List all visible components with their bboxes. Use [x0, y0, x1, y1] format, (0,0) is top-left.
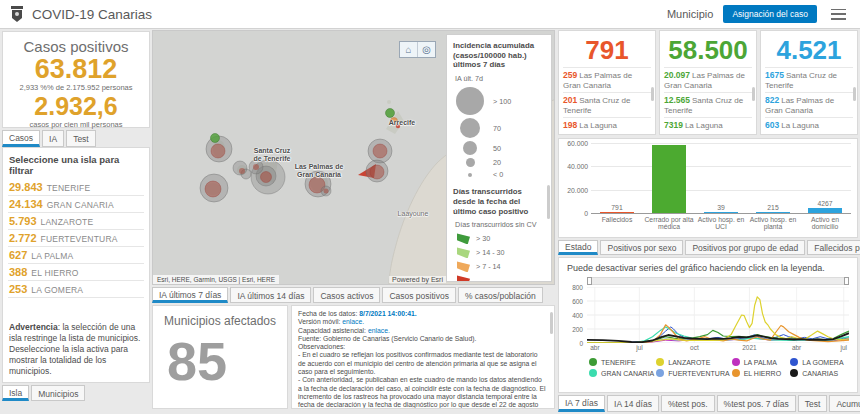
bar-y-tick: 20.000: [562, 186, 588, 193]
series-legend-gran-canaria[interactable]: GRAN CANARIA: [589, 369, 654, 377]
status-tab-0[interactable]: Estado: [558, 240, 598, 255]
series-legend-tenerife[interactable]: TENERIFE: [589, 358, 654, 366]
stat-card-row-0: 259Las Palmas de Gran Canaria: [563, 67, 651, 92]
timeseries-tab-0[interactable]: IA 7 días: [558, 395, 605, 412]
island-muni-tab-0[interactable]: Isla: [2, 385, 29, 401]
line-chart-plot: 8006004002000: [565, 287, 851, 343]
legend-scrollbar[interactable]: [547, 185, 550, 219]
legend-dot: [656, 358, 664, 366]
menu-icon[interactable]: [831, 9, 846, 20]
status-tab-3[interactable]: Fallecidos por edad y sexo: [807, 240, 860, 255]
positive-cases-total: 63.812: [3, 55, 149, 83]
status-tab-1[interactable]: Positivos por sexo: [600, 240, 683, 255]
island-value: 627: [9, 249, 27, 261]
legend-hint: Puede desactivar series del gráfico haci…: [567, 263, 851, 273]
map-tab-0[interactable]: IA últimos 7 días: [152, 287, 228, 303]
island-muni-tab-1[interactable]: Municipios: [31, 385, 85, 401]
legend-ia-item-4: < 0: [453, 170, 545, 179]
legend-days-label: > 7 - 14: [476, 262, 501, 271]
left-tab-1[interactable]: IA: [42, 130, 64, 147]
island-filter-title: Seleccione una isla para filtrar: [9, 154, 143, 176]
island-row-2[interactable]: 5.793LANZAROTE: [8, 213, 144, 230]
legend-days-title: Días transcurridos desde la fecha del úl…: [453, 187, 545, 216]
note-line-5: - En el cuadro se reflejan los positivos…: [298, 351, 546, 376]
bar-value-label: 215: [767, 204, 778, 211]
status-cards: Fallecidos791259Las Palmas de Gran Canar…: [558, 30, 858, 135]
stat-card-row-2: 603La Laguna: [765, 117, 853, 132]
line-x-tick-2: oct: [690, 344, 699, 351]
legend-ia-title: Incidencia acumulada (casos/100000 hab.)…: [453, 41, 545, 70]
stat-card-row-2: 7319La Laguna: [664, 117, 752, 132]
note-line-2: Capacidad asistencial: enlace.: [298, 327, 546, 335]
line-y-tick: 0: [565, 340, 583, 347]
island-row-0[interactable]: 29.843TENERIFE: [8, 179, 144, 196]
left-tab-group: CasosIATest: [2, 130, 96, 147]
assign-case-button[interactable]: Asignación del caso: [723, 5, 817, 23]
map-tab-1[interactable]: IA últimos 14 días: [230, 287, 311, 303]
timeseries-tab-4[interactable]: Test: [798, 395, 828, 412]
island-value: 253: [9, 283, 27, 295]
card-scrollbar[interactable]: [752, 87, 755, 101]
map-legend-panel: Incidencia acumulada (casos/100000 hab.)…: [446, 34, 552, 282]
bar-0: 791: [591, 143, 643, 213]
note-line-1: Versión móvil: enlace.: [298, 318, 546, 326]
line-x-tick-0: abr: [590, 344, 599, 351]
series-legend-la-palma[interactable]: LA PALMA: [732, 358, 789, 366]
map-label-arrecife: Arrecife: [385, 119, 419, 127]
island-value: 5.793: [9, 215, 37, 227]
notes-panel: Fecha de los datos: 8/7/2021 14:00:41.Ve…: [291, 305, 555, 409]
bar-x-label-4: Activo en domicilio: [799, 216, 851, 231]
positive-cases-rate-label: casos por cien mil personas: [3, 120, 149, 129]
series-legend-fuerteventura[interactable]: FUERTEVENTURA: [656, 369, 729, 377]
time-range-slider[interactable]: [587, 277, 849, 285]
bar-3: 215: [747, 143, 799, 213]
island-row-1[interactable]: 24.134GRAN CANARIA: [8, 196, 144, 213]
home-extent-icon[interactable]: ⌂: [400, 42, 417, 57]
municipios-panel: Municipios afectados 85: [152, 305, 288, 409]
map-tab-2[interactable]: Casos activos: [313, 287, 380, 303]
map-canvas[interactable]: Santa Cruz de Tenerife Las Palmas de Gra…: [152, 30, 555, 285]
stat-card-row-2: 198La Laguna: [563, 117, 651, 132]
left-tab-0[interactable]: Casos: [2, 130, 40, 147]
stat-card-value: 791: [563, 37, 651, 64]
bar-x-label-3: Activo hosp. en planta: [747, 216, 799, 231]
island-row-4[interactable]: 627LA PALMA: [8, 247, 144, 264]
card-scrollbar[interactable]: [651, 87, 654, 101]
map-label-laayoune: Laayoune: [391, 210, 435, 218]
card-scrollbar[interactable]: [853, 87, 856, 101]
series-legend-el-hierro[interactable]: EL HIERRO: [732, 369, 789, 377]
map-tab-4[interactable]: % casos/población: [458, 287, 543, 303]
timeseries-tab-2[interactable]: %test pos.: [661, 395, 715, 412]
series-legend-canarias[interactable]: CANARIAS: [790, 369, 847, 377]
timeseries-tab-3[interactable]: %test pos. 7 días: [717, 395, 796, 412]
line-y-tick: 600: [565, 298, 583, 305]
status-tab-2[interactable]: Positivos por grupo de edad: [685, 240, 805, 255]
note-link[interactable]: enlace.: [368, 327, 390, 334]
island-municipio-tab-group: IslaMunicipios: [2, 385, 85, 401]
range-handle-right[interactable]: [844, 277, 849, 285]
timeseries-tab-1[interactable]: IA 14 días: [607, 395, 659, 412]
note-link[interactable]: enlace.: [342, 318, 364, 325]
positive-cases-panel: Casos positivos 63.812 2,933 %% de 2.175…: [2, 31, 150, 128]
note-line-3: Fuente: Gobierno de Canarias (Servicio C…: [298, 335, 546, 343]
basemap-icon[interactable]: ◎: [417, 42, 435, 57]
series-legend-la-gomera[interactable]: LA GOMERA: [790, 358, 847, 366]
island-row-6[interactable]: 253LA GOMERA: [8, 281, 144, 298]
bar-x-label-0: Fallecidos: [591, 216, 643, 231]
municipios-value: 85: [167, 334, 287, 388]
map-label-las-palmas: Las Palmas de Gran Canaria: [291, 163, 347, 178]
island-row-5[interactable]: 388EL HIERRO: [8, 264, 144, 281]
island-row-3[interactable]: 2.772FUERTEVENTURA: [8, 230, 144, 247]
bar-4: 4267: [799, 143, 851, 213]
line-y-tick: 800: [565, 284, 583, 291]
legend-ia-label: 70: [493, 124, 501, 133]
notes-scrollbar[interactable]: [550, 312, 553, 334]
data-date: 8/7/2021 14:00:41.: [359, 310, 416, 317]
left-tab-2[interactable]: Test: [66, 130, 96, 147]
legend-days-subtitle: Días transcurridos sin CV: [455, 220, 545, 229]
series-legend-lanzarote[interactable]: LANZAROTE: [656, 358, 729, 366]
legend-days-item-3: [453, 275, 545, 282]
range-handle-left[interactable]: [587, 277, 592, 285]
map-tab-3[interactable]: Casos positivos: [382, 287, 456, 303]
timeseries-tab-5[interactable]: Acumulado: [829, 395, 860, 412]
